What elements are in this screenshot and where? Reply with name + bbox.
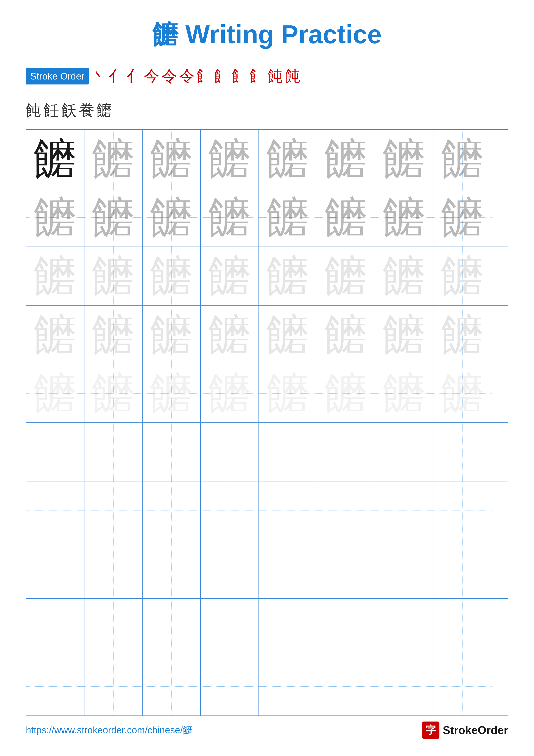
practice-char: 饝: [383, 364, 426, 422]
grid-cell-7-7[interactable]: [375, 481, 433, 540]
grid-cell-9-8[interactable]: [433, 599, 492, 657]
stroke-char-9: 飠: [232, 65, 248, 87]
stroke-char-17: 饝: [96, 100, 112, 121]
grid-cell-10-5[interactable]: [259, 657, 317, 716]
grid-cell-6-5[interactable]: [259, 423, 317, 481]
grid-cell-4-6[interactable]: 饝: [317, 306, 375, 364]
grid-cell-6-8[interactable]: [433, 423, 492, 481]
grid-cell-1-1[interactable]: 饝: [26, 130, 85, 188]
grid-cell-4-5[interactable]: 饝: [259, 306, 317, 364]
grid-cell-6-6[interactable]: [317, 423, 375, 481]
grid-cell-10-4[interactable]: [201, 657, 259, 716]
grid-cell-6-1[interactable]: [26, 423, 85, 481]
grid-cell-5-5[interactable]: 饝: [259, 364, 317, 422]
grid-cell-4-4[interactable]: 饝: [201, 306, 259, 364]
grid-cell-2-2[interactable]: 饝: [85, 188, 142, 247]
grid-cell-3-7[interactable]: 饝: [375, 247, 433, 305]
grid-cell-1-2[interactable]: 饝: [85, 130, 142, 188]
practice-char: 饝: [92, 247, 135, 305]
grid-cell-1-5[interactable]: 饝: [259, 130, 317, 188]
practice-char: 饝: [150, 188, 193, 247]
grid-cell-5-8[interactable]: 饝: [433, 364, 492, 422]
grid-cell-7-2[interactable]: [85, 481, 142, 540]
grid-cell-9-2[interactable]: [85, 599, 142, 657]
grid-cell-10-3[interactable]: [142, 657, 201, 716]
grid-cell-4-3[interactable]: 饝: [142, 306, 201, 364]
grid-cell-5-1[interactable]: 饝: [26, 364, 85, 422]
grid-cell-3-3[interactable]: 饝: [142, 247, 201, 305]
grid-cell-1-8[interactable]: 饝: [433, 130, 492, 188]
grid-cell-10-2[interactable]: [85, 657, 142, 716]
grid-cell-9-5[interactable]: [259, 599, 317, 657]
stroke-char-7: 飠: [197, 65, 213, 87]
practice-char: 饝: [383, 130, 426, 188]
grid-cell-2-5[interactable]: 饝: [259, 188, 317, 247]
grid-cell-10-7[interactable]: [375, 657, 433, 716]
grid-cell-10-8[interactable]: [433, 657, 492, 716]
grid-cell-8-7[interactable]: [375, 540, 433, 598]
grid-cell-5-3[interactable]: 饝: [142, 364, 201, 422]
grid-cell-9-7[interactable]: [375, 599, 433, 657]
practice-char: 饝: [208, 247, 251, 305]
grid-cell-2-8[interactable]: 饝: [433, 188, 492, 247]
grid-cell-10-1[interactable]: [26, 657, 85, 716]
grid-cell-8-6[interactable]: [317, 540, 375, 598]
footer-url[interactable]: https://www.strokeorder.com/chinese/饝: [26, 724, 192, 737]
practice-char: 饝: [92, 130, 135, 188]
grid-cell-1-3[interactable]: 饝: [142, 130, 201, 188]
grid-cell-5-7[interactable]: 饝: [375, 364, 433, 422]
grid-cell-5-4[interactable]: 饝: [201, 364, 259, 422]
grid-cell-1-4[interactable]: 饝: [201, 130, 259, 188]
grid-cell-3-6[interactable]: 饝: [317, 247, 375, 305]
grid-cell-2-6[interactable]: 饝: [317, 188, 375, 247]
grid-cell-1-6[interactable]: 饝: [317, 130, 375, 188]
grid-cell-5-6[interactable]: 饝: [317, 364, 375, 422]
grid-cell-2-7[interactable]: 饝: [375, 188, 433, 247]
grid-cell-6-3[interactable]: [142, 423, 201, 481]
grid-cell-8-2[interactable]: [85, 540, 142, 598]
grid-cell-2-4[interactable]: 饝: [201, 188, 259, 247]
grid-cell-7-3[interactable]: [142, 481, 201, 540]
grid-cell-7-8[interactable]: [433, 481, 492, 540]
stroke-order-row2: 飩 飪 飫 飬 饝: [0, 100, 534, 121]
grid-cell-8-1[interactable]: [26, 540, 85, 598]
grid-cell-6-2[interactable]: [85, 423, 142, 481]
grid-cell-7-5[interactable]: [259, 481, 317, 540]
grid-cell-4-1[interactable]: 饝: [26, 306, 85, 364]
footer-logo: 字 StrokeOrder: [422, 721, 508, 739]
grid-cell-7-1[interactable]: [26, 481, 85, 540]
grid-cell-3-5[interactable]: 饝: [259, 247, 317, 305]
grid-cell-3-4[interactable]: 饝: [201, 247, 259, 305]
grid-cell-4-2[interactable]: 饝: [85, 306, 142, 364]
stroke-char-16: 飬: [79, 100, 94, 121]
grid-cell-3-1[interactable]: 饝: [26, 247, 85, 305]
grid-cell-8-3[interactable]: [142, 540, 201, 598]
grid-cell-7-6[interactable]: [317, 481, 375, 540]
grid-cell-9-3[interactable]: [142, 599, 201, 657]
stroke-order-section: Stroke Order 丶 亻 亻 今 令 令 飠 飠 飠 飠 飩 飩: [0, 65, 534, 87]
practice-char: 饝: [208, 306, 251, 364]
grid-cell-9-6[interactable]: [317, 599, 375, 657]
grid-cell-8-5[interactable]: [259, 540, 317, 598]
grid-cell-9-4[interactable]: [201, 599, 259, 657]
grid-cell-3-8[interactable]: 饝: [433, 247, 492, 305]
practice-char: 饝: [208, 364, 251, 422]
grid-cell-2-1[interactable]: 饝: [26, 188, 85, 247]
grid-cell-9-1[interactable]: [26, 599, 85, 657]
grid-cell-10-6[interactable]: [317, 657, 375, 716]
grid-cell-3-2[interactable]: 饝: [85, 247, 142, 305]
footer: https://www.strokeorder.com/chinese/饝 字 …: [0, 721, 534, 739]
grid-cell-6-7[interactable]: [375, 423, 433, 481]
grid-cell-6-4[interactable]: [201, 423, 259, 481]
grid-cell-8-4[interactable]: [201, 540, 259, 598]
grid-cell-8-8[interactable]: [433, 540, 492, 598]
grid-row-9: [26, 599, 508, 657]
grid-cell-5-2[interactable]: 饝: [85, 364, 142, 422]
grid-cell-7-4[interactable]: [201, 481, 259, 540]
grid-cell-4-8[interactable]: 饝: [433, 306, 492, 364]
practice-char: 饝: [150, 364, 193, 422]
grid-cell-4-7[interactable]: 饝: [375, 306, 433, 364]
practice-char: 饝: [441, 130, 484, 188]
grid-cell-1-7[interactable]: 饝: [375, 130, 433, 188]
grid-cell-2-3[interactable]: 饝: [142, 188, 201, 247]
